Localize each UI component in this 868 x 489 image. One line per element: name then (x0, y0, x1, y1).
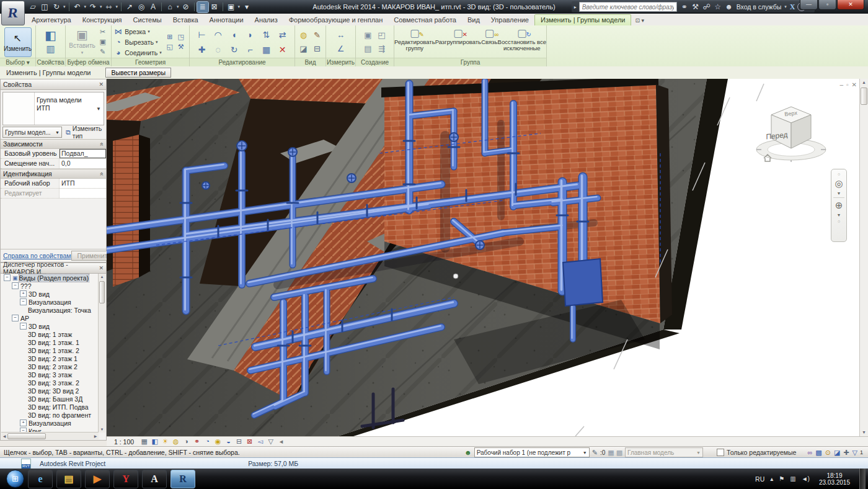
sun-path-icon[interactable]: ☀ (160, 437, 170, 446)
aligned-dimension-icon[interactable]: ↗ (124, 2, 135, 12)
tab-3[interactable]: Вставка (167, 15, 204, 25)
tree-item[interactable]: −Визуализация (1, 298, 99, 306)
redo-icon[interactable]: ↷ (87, 2, 99, 12)
create-group-icon[interactable]: ▣ (364, 30, 371, 40)
zoom-icon[interactable]: ⊕ (835, 200, 843, 211)
temporary-view-properties-icon[interactable]: ⊟ (234, 437, 244, 446)
view-minimize-icon[interactable]: – (840, 81, 844, 88)
drag-elements-icon[interactable]: ✚ (843, 449, 849, 457)
volume-icon[interactable]: ◄) (802, 475, 810, 482)
signin-button[interactable]: Вход в службы (737, 3, 782, 11)
tab-8[interactable]: Вид (462, 15, 485, 25)
tab-0[interactable]: Архитектура (26, 15, 77, 25)
view-restore-icon[interactable]: ▫ (846, 81, 849, 88)
tree-item[interactable]: −▣Виды (Раздел проекта) (1, 274, 99, 282)
array-icon[interactable]: ▦ (262, 45, 270, 55)
tree-item[interactable]: −3D вид (1, 322, 99, 330)
wall-joins-icon[interactable]: ⊞ (165, 32, 175, 42)
tab-6[interactable]: Формообразующие и генплан (283, 15, 389, 25)
measure-distance-icon[interactable]: ↔ (337, 30, 345, 40)
type-selector[interactable]: Группа модели ИТП ▼ (2, 92, 104, 125)
application-menu-button[interactable]: R (1, 1, 25, 25)
reveal-constraints-icon[interactable]: ▽ (265, 437, 276, 446)
chevron-down-icon[interactable]: ▼ (837, 213, 841, 217)
model-combo[interactable]: Главная модель▼ (625, 447, 703, 457)
tab-7[interactable]: Совместная работа (388, 15, 462, 25)
cut-geometry-tool[interactable]: ◔Вырезать▾ (113, 37, 161, 47)
mirror-line-icon[interactable]: ◗ (247, 30, 252, 40)
tree-item[interactable]: +Визуализация (1, 419, 99, 427)
select-links-icon[interactable]: ∞ (807, 449, 812, 457)
paint-icon[interactable]: ⚒ (176, 42, 186, 52)
tree-item[interactable]: 3D вид: 2 этаж 2 (1, 362, 99, 370)
show-dimensions-button[interactable]: Вывести размеры (105, 68, 171, 78)
property-value[interactable]: 0,0 (60, 159, 106, 168)
worksets-dialog-icon[interactable]: ▦ (608, 449, 614, 457)
family-types-icon[interactable]: ▥ (46, 43, 55, 55)
reveal-hidden-elements-icon[interactable]: ◉ (213, 437, 223, 446)
delete-icon[interactable]: ✕ (279, 45, 286, 55)
filter-icon[interactable]: ▽ (852, 449, 857, 457)
measure-icon[interactable]: ⇿ (104, 2, 115, 12)
tree-expander-icon[interactable]: − (12, 315, 19, 321)
view-close-icon[interactable]: ✕ (852, 81, 857, 88)
close-icon[interactable]: ✕ (99, 265, 104, 271)
revit-icon[interactable]: R (170, 470, 195, 488)
action-center-icon[interactable]: ⚑ (779, 475, 784, 482)
exchange-apps-icon[interactable]: X (790, 2, 795, 12)
tree-item[interactable]: 3D вид: Башня 3Д (1, 395, 99, 403)
search-icon[interactable]: ⚭ (680, 2, 689, 11)
subscription-icon[interactable]: ⚒ (691, 2, 701, 11)
tree-item[interactable]: 3D вид: 1 этаж (1, 330, 99, 338)
reveal-hidden-icon[interactable]: ◍ (300, 30, 307, 40)
nudge-icon[interactable]: ⇄ (279, 30, 286, 40)
minimize-button[interactable]: — (800, 0, 818, 10)
tree-expander-icon[interactable]: + (20, 419, 27, 426)
undo-icon[interactable]: ↶ (72, 2, 83, 12)
tab-2[interactable]: Системы (128, 15, 167, 25)
canvas-vertical-scrollbar[interactable]: ▲ ▼ (859, 79, 868, 436)
properties-filter-combo[interactable]: Группы модел...▼ (2, 127, 62, 138)
chevron-down-icon[interactable]: ▼ (96, 92, 104, 125)
editable-only-checkbox[interactable]: Только редактируемые (717, 449, 796, 456)
clock[interactable]: 18:19 23.03.2015 (815, 472, 854, 486)
shadows-icon[interactable]: ◑ (181, 437, 192, 446)
tray-expand-icon[interactable]: ▴ (770, 475, 773, 482)
section-header[interactable]: Идентификация» (1, 169, 106, 179)
tree-item[interactable]: 3D вид: 3D вид 2 (1, 387, 99, 395)
offset-icon[interactable]: ◠ (214, 30, 221, 40)
close-button[interactable]: ✕ (837, 0, 864, 10)
cut-icon[interactable]: ✂ (98, 27, 108, 37)
create-parts-icon[interactable]: ⇶ (378, 44, 385, 53)
tree-item[interactable]: Визуализация: Точка (1, 306, 99, 314)
chevron-down-icon[interactable]: ▼ (837, 191, 841, 195)
tree-item[interactable]: −АР (1, 314, 99, 322)
create-similar-icon[interactable]: ◰ (378, 30, 385, 40)
tree-item[interactable]: 3D вид: ИТП. Подва (1, 403, 99, 411)
tree-expander-icon[interactable]: − (12, 282, 19, 289)
tree-item[interactable]: 3D вид: 1 этаж. 2 (1, 346, 99, 354)
sync-with-central-icon[interactable]: ↻ (51, 2, 62, 12)
hide-analytical-model-icon[interactable]: ⊠ (244, 437, 255, 446)
tree-item[interactable]: +3D вид (1, 290, 99, 298)
tree-item[interactable]: 3D вид: по фрагмент (1, 411, 99, 419)
align-icon[interactable]: ⊢ (198, 30, 205, 40)
visual-style-icon[interactable]: ◧ (149, 437, 160, 446)
properties-header[interactable]: Свойства ✕ (1, 79, 106, 90)
cutaway-icon[interactable]: ◪ (299, 44, 307, 53)
tab-4[interactable]: Аннотации (204, 15, 249, 25)
tree-item[interactable]: 3D вид: 1 этаж. 1 (1, 338, 99, 346)
tree-expander-icon[interactable]: − (20, 323, 27, 330)
tab-5[interactable]: Анализ (249, 15, 283, 25)
worksharing-display-icon[interactable]: ⚭ (192, 437, 202, 446)
properties-palette-icon[interactable]: ◧ (45, 29, 56, 42)
paste-icon[interactable]: ▣ (76, 29, 88, 41)
navigation-bar[interactable]: ○ ◎ ▼ ⊕ ▼ ○ (831, 169, 847, 242)
network-icon[interactable]: ▥ (790, 475, 795, 482)
tree-expander-icon[interactable]: − (20, 298, 27, 305)
section-header[interactable]: Зависимости» (1, 139, 106, 149)
property-value[interactable]: Подвал_ (60, 149, 106, 158)
tree-item[interactable]: 3D вид: 2 этаж 1 (1, 354, 99, 362)
properties-help-link[interactable]: Справка по свойствам (3, 252, 71, 259)
start-button[interactable]: ⊞ (6, 470, 24, 488)
